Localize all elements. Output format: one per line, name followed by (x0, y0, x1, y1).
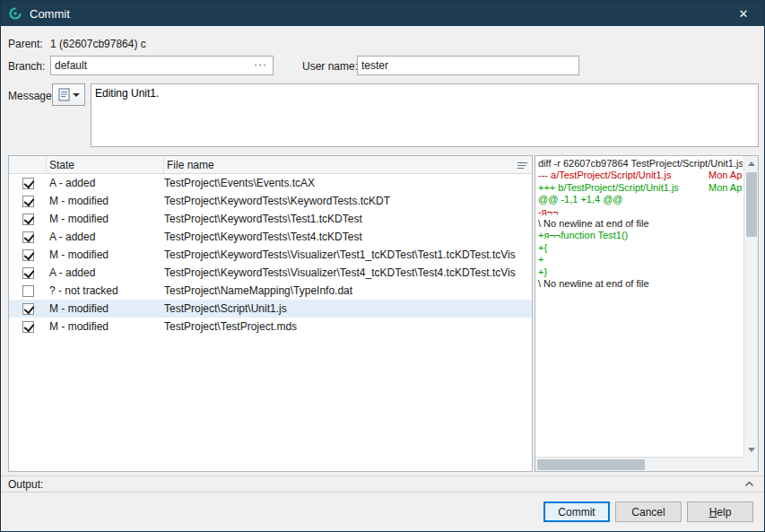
row-file: TestProject\TestProject.mds (164, 320, 532, 333)
commit-message-textarea[interactable] (91, 83, 759, 147)
row-state: M - modified (47, 320, 164, 333)
diff-line-text: + (538, 254, 543, 265)
row-file: TestProject\Events\Events.tcAX (164, 177, 532, 189)
commit-dialog: Commit ✕ Parent: 1 (62607cb97864) c Bran… (0, 0, 765, 532)
diff-line-right: Mon Ap (708, 182, 742, 194)
row-state: A - added (47, 231, 164, 243)
row-state: A - added (47, 177, 164, 189)
commit-app-icon (8, 6, 22, 21)
user-name-label: User name: (302, 60, 358, 73)
close-button[interactable]: ✕ (730, 1, 757, 26)
parent-value: 1 (62607cb97864) c (50, 38, 146, 50)
diff-vertical-scrollbar[interactable] (743, 156, 758, 457)
row-state: A - added (47, 266, 164, 279)
window-title: Commit (30, 7, 70, 21)
table-row[interactable]: M - modified TestProject\KeywordTests\Ke… (9, 192, 532, 210)
scroll-down-button[interactable] (744, 442, 759, 457)
file-checkbox[interactable] (22, 321, 34, 333)
diff-line-text: \ No newline at end of file (538, 218, 649, 229)
row-file: TestProject\NameMapping\TypeInfo.dat (164, 284, 532, 297)
diff-line-right: Mon Ap (708, 170, 742, 181)
diff-pane[interactable]: diff -r 62607cb97864 TestProject/Script/… (535, 155, 759, 472)
row-check-cell (9, 285, 47, 297)
row-check-cell (9, 196, 47, 207)
table-row[interactable]: M - modified TestProject\Script\Unit1.js (9, 300, 532, 318)
diff-hscroll-thumb[interactable] (537, 459, 645, 470)
diff-line-text: +я¬¬function Test1() (538, 230, 628, 240)
titlebar[interactable]: Commit ✕ (1, 1, 764, 26)
table-row[interactable]: A - added TestProject\Events\Events.tcAX (9, 174, 532, 192)
file-checkbox[interactable] (22, 285, 34, 297)
table-row[interactable]: M - modified TestProject\TestProject.mds (9, 318, 532, 336)
chevron-up-icon (744, 481, 754, 487)
row-check-cell (9, 178, 47, 189)
check-column-header[interactable] (9, 156, 47, 173)
paste-note-icon (58, 88, 70, 101)
diff-line: +} (538, 266, 743, 278)
output-collapse-button[interactable] (741, 478, 757, 491)
scroll-up-icon (748, 161, 755, 166)
file-checkbox[interactable] (22, 249, 34, 261)
diff-line-text: @@ -1,1 +1,4 @@ (538, 194, 623, 205)
table-row[interactable]: A - added TestProject\KeywordTests\Test4… (9, 228, 532, 246)
output-bar: Output: (1, 475, 764, 493)
row-file: TestProject\KeywordTests\KeywordTests.tc… (164, 195, 532, 207)
row-state: M - modified (47, 302, 164, 315)
diff-vscroll-thumb[interactable] (746, 172, 757, 237)
message-history-button[interactable] (52, 83, 85, 106)
table-row[interactable]: M - modified TestProject\KeywordTests\Te… (9, 210, 532, 228)
cancel-button[interactable]: Cancel (615, 501, 682, 522)
diff-line-text: -я¬¬ (538, 206, 558, 217)
diff-line-text: +++ b/TestProject/Script/Unit1.js (538, 182, 679, 193)
diff-line-text: +{ (538, 242, 547, 253)
column-menu-icon[interactable] (515, 159, 529, 171)
file-checkbox[interactable] (22, 303, 34, 315)
table-row[interactable]: ? - not tracked TestProject\NameMapping\… (9, 282, 532, 300)
row-check-cell (9, 231, 47, 243)
row-file: TestProject\KeywordTests\Visualizer\Test… (164, 266, 532, 279)
file-checkbox[interactable] (22, 267, 34, 279)
output-label: Output: (8, 478, 43, 491)
file-checkbox[interactable] (22, 214, 34, 225)
table-row[interactable]: M - modified TestProject\KeywordTests\Vi… (9, 246, 532, 264)
row-file: TestProject\KeywordTests\Visualizer\Test… (164, 249, 532, 261)
branch-input[interactable] (51, 57, 273, 74)
diff-line: -я¬¬ (538, 206, 743, 218)
row-check-cell (9, 214, 47, 225)
diff-line: + (538, 254, 743, 266)
button-row: Commit Cancel Help (543, 501, 753, 522)
file-table-header: State File name (9, 156, 532, 174)
file-checkbox[interactable] (22, 196, 34, 207)
file-checkbox[interactable] (22, 231, 34, 243)
diff-line: +{ (538, 242, 743, 254)
diff-line: \ No newline at end of file (538, 218, 743, 230)
diff-line-text: diff -r 62607cb97864 TestProject/Script/… (538, 158, 743, 169)
diff-line: +я¬¬function Test1() (538, 230, 743, 241)
state-column-header[interactable]: State (47, 156, 164, 173)
diff-line: \ No newline at end of file (538, 278, 743, 290)
file-name-column-header[interactable]: File name (164, 156, 532, 173)
row-file: TestProject\KeywordTests\Test1.tcKDTest (164, 213, 532, 225)
diff-horizontal-scrollbar[interactable] (535, 457, 743, 471)
row-check-cell (9, 303, 47, 315)
chevron-down-icon (73, 93, 80, 97)
help-button[interactable]: Help (687, 501, 753, 522)
row-state: M - modified (47, 249, 164, 261)
table-row[interactable]: A - added TestProject\KeywordTests\Visua… (9, 264, 532, 282)
row-file: TestProject\Script\Unit1.js (164, 302, 532, 315)
commit-button[interactable]: Commit (543, 501, 610, 522)
row-state: M - modified (47, 213, 164, 225)
diff-line-text: +} (538, 266, 547, 277)
diff-content: diff -r 62607cb97864 TestProject/Script/… (538, 158, 743, 456)
user-field-wrap (357, 56, 579, 75)
user-name-input[interactable] (358, 57, 578, 74)
diff-line: diff -r 62607cb97864 TestProject/Script/… (538, 158, 743, 170)
scroll-up-button[interactable] (744, 156, 759, 170)
parent-label: Parent: (8, 38, 43, 50)
diff-line: --- a/TestProject/Script/Unit1.js Mon Ap (538, 170, 743, 181)
row-check-cell (9, 267, 47, 279)
row-check-cell (9, 321, 47, 333)
diff-line: +++ b/TestProject/Script/Unit1.js Mon Ap (538, 182, 743, 194)
branch-browse-button[interactable]: ··· (254, 58, 267, 71)
file-checkbox[interactable] (22, 178, 34, 189)
